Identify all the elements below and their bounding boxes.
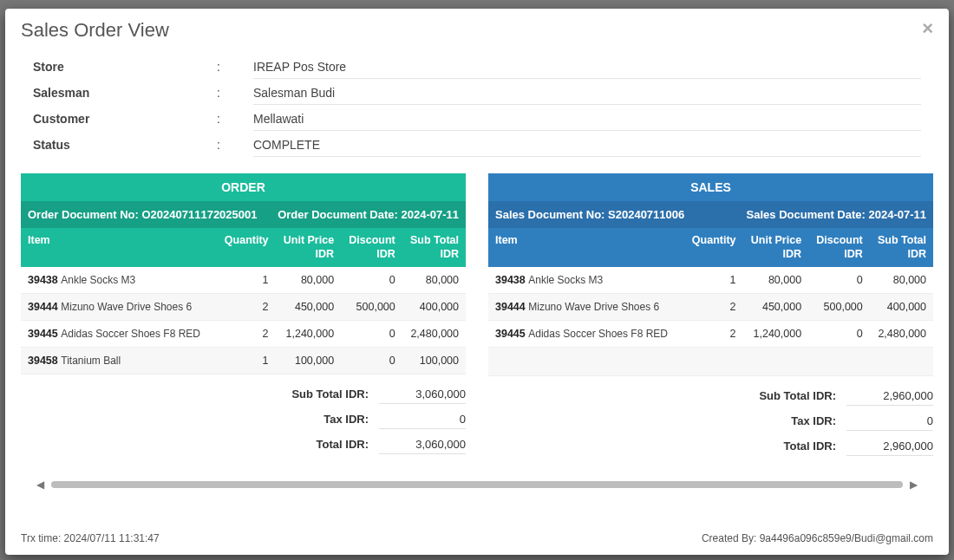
- discount-cell: 0: [341, 320, 402, 347]
- table-row: 39458 Titanium Ball1100,0000100,000: [21, 347, 466, 374]
- qty-cell: 2: [217, 320, 276, 347]
- table-row: 39444 Mizuno Wave Drive Shoes 62450,0005…: [21, 293, 466, 320]
- item-cell: 39438 Ankle Socks M3: [21, 267, 217, 294]
- table-row: 39445 Adidas Soccer Shoes F8 RED21,240,0…: [488, 320, 933, 347]
- subtotal-cell: 80,000: [870, 267, 933, 294]
- sales-order-view-modal: Sales Order View × Store : IREAP Pos Sto…: [5, 9, 949, 555]
- unitprice-cell: 450,000: [276, 293, 342, 320]
- item-cell: 39445 Adidas Soccer Shoes F8 RED: [488, 320, 684, 347]
- trx-time: Trx time: 2024/07/11 11:31:47: [21, 532, 160, 544]
- item-name: Titanium Ball: [61, 355, 121, 367]
- modal-header: Sales Order View ×: [5, 9, 949, 45]
- sales-totals: Sub Total IDR: 2,960,000 Tax IDR: 0 Tota…: [708, 387, 933, 456]
- sales-total-value: 2,960,000: [846, 437, 933, 456]
- item-name: Adidas Soccer Shoes F8 RED: [61, 328, 200, 340]
- close-icon[interactable]: ×: [922, 19, 933, 38]
- unitprice-cell: 1,240,000: [743, 320, 809, 347]
- sales-tax-value: 0: [846, 412, 933, 431]
- subtotal-cell: 2,480,000: [870, 320, 933, 347]
- order-info: Store : IREAP Pos Store Salesman : Sales…: [21, 54, 933, 166]
- sales-subtotal-value: 2,960,000: [846, 387, 933, 406]
- modal-footer: Trx time: 2024/07/11 11:31:47 Created By…: [5, 524, 949, 555]
- info-row-store: Store : IREAP Pos Store: [33, 54, 921, 80]
- item-cell: 39458 Titanium Ball: [21, 347, 217, 374]
- order-subtotal-value: 3,060,000: [379, 385, 466, 404]
- sales-col-qty: Quantity: [684, 228, 743, 267]
- order-col-subtotal: Sub TotalIDR: [402, 228, 466, 267]
- subtotal-cell: 2,480,000: [402, 320, 466, 347]
- order-tax-value: 0: [379, 410, 466, 429]
- sales-subtotal-label: Sub Total IDR:: [708, 389, 846, 402]
- salesman-label: Salesman: [33, 86, 217, 100]
- info-row-status: Status : COMPLETE: [33, 132, 921, 158]
- unitprice-cell: 80,000: [743, 267, 809, 294]
- item-name: Mizuno Wave Drive Shoes 6: [61, 301, 192, 313]
- unitprice-cell: 100,000: [276, 347, 342, 374]
- subtotal-cell: 400,000: [870, 293, 933, 320]
- qty-cell: 2: [684, 320, 743, 347]
- sales-doc-row: Sales Document No: S20240711006 Sales Do…: [488, 201, 933, 228]
- unitprice-cell: 80,000: [276, 267, 342, 294]
- sales-tax-label: Tax IDR:: [708, 414, 846, 427]
- caret-left-icon[interactable]: ◀: [36, 479, 44, 491]
- info-row-salesman: Salesman : Salesman Budi: [33, 80, 921, 106]
- status-value: COMPLETE: [253, 133, 921, 157]
- item-code: 39438: [28, 274, 58, 286]
- modal-title: Sales Order View: [21, 19, 169, 42]
- horizontal-scrollbar[interactable]: ◀ ▶: [21, 478, 933, 492]
- discount-cell: 0: [341, 347, 402, 374]
- table-row: 39444 Mizuno Wave Drive Shoes 62450,0005…: [488, 293, 933, 320]
- item-name: Ankle Socks M3: [61, 274, 135, 286]
- order-doc-row: Order Document No: O20240711172025001 Or…: [21, 201, 466, 228]
- order-col-discount: DiscountIDR: [341, 228, 402, 267]
- salesman-value: Salesman Budi: [253, 81, 921, 105]
- table-row: 39445 Adidas Soccer Shoes F8 RED21,240,0…: [21, 320, 466, 347]
- store-label: Store: [33, 60, 217, 74]
- order-table: Item Quantity Unit PriceIDR DiscountIDR …: [21, 228, 466, 374]
- order-sales-columns: ORDER Order Document No: O20240711172025…: [21, 166, 933, 462]
- customer-label: Customer: [33, 112, 217, 126]
- item-code: 39444: [495, 301, 526, 313]
- sales-total-label: Total IDR:: [708, 440, 846, 453]
- order-col-item: Item: [21, 228, 217, 267]
- sales-col-subtotal: Sub TotalIDR: [870, 228, 933, 267]
- discount-cell: 0: [341, 267, 402, 294]
- qty-cell: 2: [684, 293, 743, 320]
- customer-value: Mellawati: [253, 107, 921, 131]
- sales-table: Item Quantity Unit PriceIDR DiscountIDR …: [488, 228, 933, 376]
- item-name: Ankle Socks M3: [528, 274, 603, 286]
- status-label: Status: [33, 138, 217, 152]
- order-doc-no: Order Document No: O20240711172025001: [28, 208, 258, 221]
- sales-section-title: SALES: [488, 173, 933, 201]
- caret-right-icon[interactable]: ▶: [910, 479, 918, 491]
- table-row: 39438 Ankle Socks M3180,000080,000: [21, 267, 466, 294]
- sales-doc-date: Sales Document Date: 2024-07-11: [747, 208, 926, 221]
- qty-cell: 1: [217, 347, 276, 374]
- order-total-value: 3,060,000: [379, 435, 466, 454]
- sales-col-unitprice: Unit PriceIDR: [743, 228, 809, 267]
- discount-cell: 500,000: [341, 293, 402, 320]
- unitprice-cell: 1,240,000: [276, 320, 342, 347]
- order-tax-label: Tax IDR:: [240, 413, 379, 426]
- scroll-track[interactable]: [51, 481, 903, 488]
- info-row-customer: Customer : Mellawati: [33, 106, 921, 132]
- modal-body: Store : IREAP Pos Store Salesman : Sales…: [5, 45, 949, 524]
- order-totals: Sub Total IDR: 3,060,000 Tax IDR: 0 Tota…: [240, 385, 466, 454]
- item-name: Mizuno Wave Drive Shoes 6: [528, 301, 659, 313]
- order-col-qty: Quantity: [217, 228, 276, 267]
- table-row: 39438 Ankle Socks M3180,000080,000: [488, 267, 933, 294]
- item-code: 39445: [28, 328, 58, 340]
- order-subtotal-label: Sub Total IDR:: [240, 387, 379, 400]
- table-row-empty: [488, 347, 933, 375]
- store-value: IREAP Pos Store: [253, 55, 921, 79]
- qty-cell: 1: [684, 267, 743, 294]
- item-cell: 39444 Mizuno Wave Drive Shoes 6: [21, 293, 217, 320]
- item-cell: 39438 Ankle Socks M3: [488, 267, 684, 294]
- unitprice-cell: 450,000: [743, 293, 809, 320]
- item-code: 39445: [495, 328, 526, 340]
- item-code: 39444: [28, 301, 58, 313]
- created-by: Created By: 9a4496a096c859e9/Budi@gmail.…: [702, 532, 933, 544]
- sales-doc-no: Sales Document No: S20240711006: [495, 208, 684, 221]
- order-col-unitprice: Unit PriceIDR: [276, 228, 342, 267]
- order-doc-date: Order Document Date: 2024-07-11: [278, 208, 459, 221]
